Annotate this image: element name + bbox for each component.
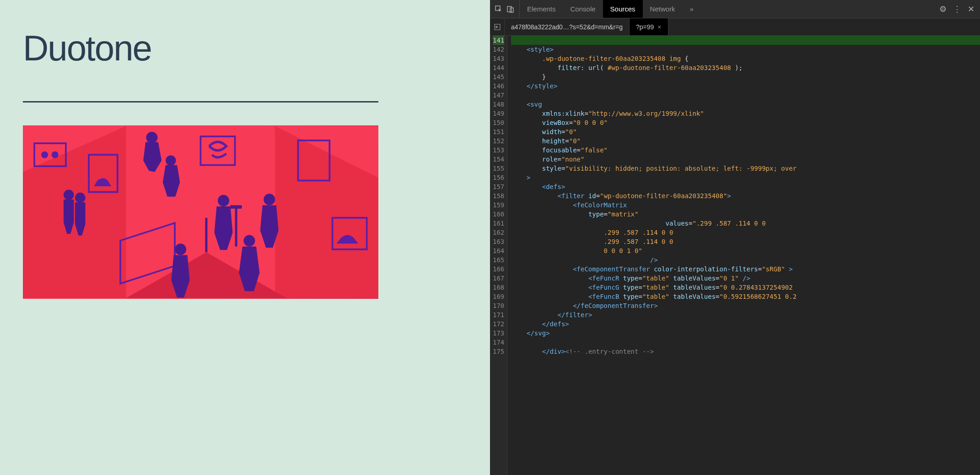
- duotone-preview-image: [23, 125, 378, 299]
- close-icon[interactable]: ✕: [968, 4, 975, 14]
- file-tab-label: ?p=99: [636, 23, 654, 31]
- toolbar-icon-group: [490, 0, 520, 18]
- device-toggle-icon[interactable]: [506, 5, 515, 13]
- page-script-icon[interactable]: [490, 18, 505, 35]
- tab-more[interactable]: »: [683, 0, 701, 18]
- tab-elements[interactable]: Elements: [520, 0, 563, 18]
- devtools-panel-tabs: Elements Console Sources Network »: [520, 0, 934, 18]
- kebab-menu-icon[interactable]: ⋮: [953, 4, 961, 14]
- devtools-panel: Elements Console Sources Network » ⚙ ⋮ ✕…: [490, 0, 980, 475]
- code-editor[interactable]: 1411421431441451461471481491501511521531…: [490, 36, 980, 475]
- svg-point-16: [218, 195, 229, 206]
- svg-point-14: [64, 190, 74, 200]
- file-tab-label: a478f08a3222ad0…?s=52&d=mm&r=g: [511, 23, 623, 31]
- gear-icon[interactable]: ⚙: [939, 4, 947, 14]
- svg-point-11: [52, 151, 59, 158]
- svg-point-15: [75, 193, 86, 203]
- gallery-illustration: [23, 125, 378, 299]
- title-divider: [23, 101, 378, 103]
- file-tab-gravatar[interactable]: a478f08a3222ad0…?s=52&d=mm&r=g: [505, 18, 630, 35]
- tab-sources[interactable]: Sources: [603, 0, 643, 18]
- tab-network[interactable]: Network: [643, 0, 683, 18]
- svg-rect-22: [205, 218, 207, 252]
- svg-rect-21: [231, 205, 242, 209]
- file-tab-active[interactable]: ?p=99 ×: [630, 18, 668, 35]
- svg-point-12: [146, 132, 157, 143]
- inspect-element-icon[interactable]: [495, 5, 503, 13]
- svg-point-13: [166, 155, 176, 166]
- line-number-gutter: 1411421431441451461471481491501511521531…: [490, 36, 507, 475]
- svg-point-17: [264, 194, 275, 205]
- code-content[interactable]: <style> .wp-duotone-filter-60aa203235408…: [507, 36, 980, 475]
- svg-point-10: [41, 151, 48, 158]
- page-title: Duotone: [23, 27, 467, 69]
- svg-point-19: [175, 243, 186, 255]
- toolbar-right-icons: ⚙ ⋮ ✕: [934, 4, 980, 14]
- source-file-tabs: a478f08a3222ad0…?s=52&d=mm&r=g ?p=99 ×: [490, 18, 980, 36]
- svg-rect-24: [507, 6, 512, 12]
- svg-rect-20: [235, 206, 237, 247]
- tab-console[interactable]: Console: [563, 0, 603, 18]
- devtools-main-toolbar: Elements Console Sources Network » ⚙ ⋮ ✕: [490, 0, 980, 18]
- page-content-pane: Duotone: [0, 0, 490, 475]
- close-tab-icon[interactable]: ×: [657, 23, 661, 31]
- svg-point-18: [243, 235, 255, 247]
